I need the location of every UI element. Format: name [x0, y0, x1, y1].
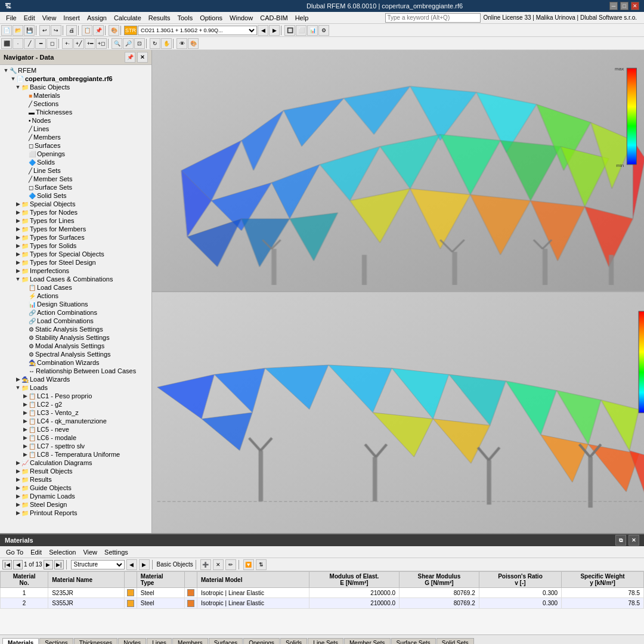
copy-button[interactable]: 📋 — [82, 25, 92, 36]
menu-help[interactable]: Help — [292, 13, 312, 23]
minimize-button[interactable]: ─ — [609, 2, 618, 10]
tree-lc2[interactable]: ▶ 📋 LC2 - g2 — [0, 400, 151, 408]
menu-cadbim[interactable]: CAD-BIM — [256, 13, 291, 23]
viewport[interactable]: max min — [152, 50, 644, 533]
tree-design-situations[interactable]: 📊 Design Situations — [0, 300, 151, 308]
col-name[interactable]: Material Name — [48, 572, 125, 588]
tree-calc-diagrams[interactable]: ▶ 📈 Calculation Diagrams — [0, 459, 151, 467]
tree-spectral-analysis[interactable]: ⚙ Spectral Analysis Settings — [0, 350, 151, 358]
mat-tab-member-sets[interactable]: Member Sets — [344, 638, 390, 644]
tree-lc8[interactable]: ▶ 📋 LC8 - Temperatura Uniforme — [0, 450, 151, 459]
undo-button[interactable]: ↩ — [39, 25, 50, 36]
paste-button[interactable]: 📌 — [93, 25, 104, 36]
mat-tab-lines[interactable]: Lines — [147, 638, 172, 644]
view-3d[interactable]: 🔲 — [284, 25, 295, 36]
redo-button[interactable]: ↪ — [51, 25, 61, 36]
open-button[interactable]: 📂 — [13, 25, 23, 36]
table-row[interactable]: 1 S235JR Steel Isotropic | Linear Elasti… — [1, 588, 644, 598]
mat-nav-forward[interactable]: ▶ — [139, 559, 150, 570]
add-surface[interactable]: +◻ — [96, 38, 107, 49]
expand-rfem[interactable]: ▼ — [2, 67, 10, 73]
mat-structure-select[interactable]: Structure — [71, 560, 125, 569]
menu-assign[interactable]: Assign — [83, 13, 110, 23]
menu-insert[interactable]: Insert — [60, 13, 83, 23]
bottom-viewport[interactable] — [152, 292, 644, 533]
tree-lc3[interactable]: ▶ 📋 LC3 - Vento_z — [0, 408, 151, 417]
pager-first[interactable]: |◀ — [2, 560, 12, 569]
mat-tab-solid-sets[interactable]: Solid Sets — [436, 638, 474, 644]
col-no[interactable]: MaterialNo. — [1, 572, 48, 588]
nav-pin[interactable]: 📌 — [125, 52, 135, 63]
next-combo[interactable]: ▶ — [269, 25, 280, 36]
tree-rfem[interactable]: ▼ 🔧 RFEM — [0, 66, 151, 75]
tree-steel-design[interactable]: ▶ 📁 Steel Design — [0, 500, 151, 509]
mat-view[interactable]: View — [79, 547, 101, 557]
render-button[interactable]: 🎨 — [109, 25, 119, 36]
display-settings[interactable]: 👁 — [177, 38, 187, 49]
tree-types-nodes[interactable]: ▶ 📁 Types for Nodes — [0, 208, 151, 216]
select-node[interactable]: · — [13, 38, 23, 49]
add-node[interactable]: +· — [62, 38, 73, 49]
mat-tab-openings[interactable]: Openings — [243, 638, 280, 644]
mat-float-button[interactable]: ⧉ — [615, 535, 626, 546]
tree-lines[interactable]: ╱ Lines — [0, 125, 151, 133]
tree-types-surfaces[interactable]: ▶ 📁 Types for Surfaces — [0, 233, 151, 242]
tree-imperfections[interactable]: ▶ 📁 Imperfections — [0, 267, 151, 275]
add-member[interactable]: +━ — [85, 38, 95, 49]
tree-dynamic-loads[interactable]: ▶ 📁 Dynamic Loads — [0, 492, 151, 500]
search-input[interactable] — [385, 13, 481, 23]
rotate[interactable]: ↻ — [150, 38, 160, 49]
menu-calculate[interactable]: Calculate — [110, 13, 145, 23]
tree-load-cases[interactable]: 📋 Load Cases — [0, 283, 151, 292]
col-shear[interactable]: Shear ModulusG [N/mm²] — [400, 572, 479, 588]
menu-edit[interactable]: Edit — [20, 13, 39, 23]
tree-lc4[interactable]: ▶ 📋 LC4 - qk_manutenzione — [0, 417, 151, 425]
mat-tab-materials[interactable]: Materials — [2, 638, 39, 644]
maximize-button[interactable]: □ — [620, 2, 628, 10]
tree-openings[interactable]: ⬜ Openings — [0, 150, 151, 158]
col-type-color[interactable] — [185, 572, 197, 588]
tree-stability-analysis[interactable]: ⚙ Stability Analysis Settings — [0, 333, 151, 342]
tree-lc1[interactable]: ▶ 📋 LC1 - Peso proprio — [0, 392, 151, 400]
tree-combination-wizards[interactable]: 🧙 Combination Wizards — [0, 358, 151, 367]
zoom-out[interactable]: 🔎 — [123, 38, 134, 49]
menu-window[interactable]: Window — [226, 13, 256, 23]
tree-load-wizards[interactable]: ▶ 🧙 Load Wizards — [0, 375, 151, 383]
pager-last[interactable]: ▶| — [54, 560, 64, 569]
select-line[interactable]: ╱ — [24, 38, 35, 49]
tree-result-objects[interactable]: ▶ 📁 Result Objects — [0, 467, 151, 475]
tree-surfaces[interactable]: ◻ Surfaces — [0, 141, 151, 150]
mat-tab-members[interactable]: Members — [172, 638, 208, 644]
mat-tab-surfaces[interactable]: Surfaces — [209, 638, 243, 644]
settings-button[interactable]: ⚙ — [318, 25, 329, 36]
menu-options[interactable]: Options — [196, 13, 226, 23]
tree-static-analysis[interactable]: ⚙ Static Analysis Settings — [0, 325, 151, 333]
mat-filter[interactable]: 🔽 — [243, 559, 254, 570]
tree-relationship-load[interactable]: ↔ Relationship Between Load Cases — [0, 367, 151, 375]
tree-nodes[interactable]: • Nodes — [0, 116, 151, 125]
mat-edit-btn[interactable]: ✏ — [225, 559, 236, 570]
col-poisson[interactable]: Poisson's Ratiov [-] — [479, 572, 561, 588]
tree-surface-sets[interactable]: ◻ Surface Sets — [0, 183, 151, 191]
col-model[interactable]: Material Model — [197, 572, 309, 588]
tree-types-steel[interactable]: ▶ 📁 Types for Steel Design — [0, 258, 151, 267]
mat-tab-thicknesses[interactable]: Thicknesses — [74, 638, 118, 644]
menu-results[interactable]: Results — [145, 13, 174, 23]
results-button[interactable]: 📊 — [307, 25, 318, 36]
tree-action-combinations[interactable]: 🔗 Action Combinations — [0, 308, 151, 317]
save-button[interactable]: 💾 — [24, 25, 35, 36]
new-button[interactable]: 📄 — [1, 25, 12, 36]
tree-sections[interactable]: ╱ Sections — [0, 100, 151, 108]
mat-tab-line-sets[interactable]: Line Sets — [308, 638, 343, 644]
tree-printout[interactable]: ▶ 📁 Printout Reports — [0, 509, 151, 517]
pager-prev[interactable]: ◀ — [13, 560, 23, 569]
tree-types-solids[interactable]: ▶ 📁 Types for Solids — [0, 242, 151, 250]
color-settings[interactable]: 🎨 — [188, 38, 199, 49]
tree-special-objects[interactable]: ▶ 📁 Special Objects — [0, 200, 151, 208]
mat-goto[interactable]: Go To — [2, 547, 27, 557]
mat-add[interactable]: ➕ — [200, 559, 211, 570]
print-button[interactable]: 🖨 — [66, 25, 77, 36]
tree-lc5[interactable]: ▶ 📋 LC5 - neve — [0, 425, 151, 434]
tree-member-sets[interactable]: ╱ Member Sets — [0, 175, 151, 183]
mat-sort[interactable]: ⇅ — [256, 559, 267, 570]
